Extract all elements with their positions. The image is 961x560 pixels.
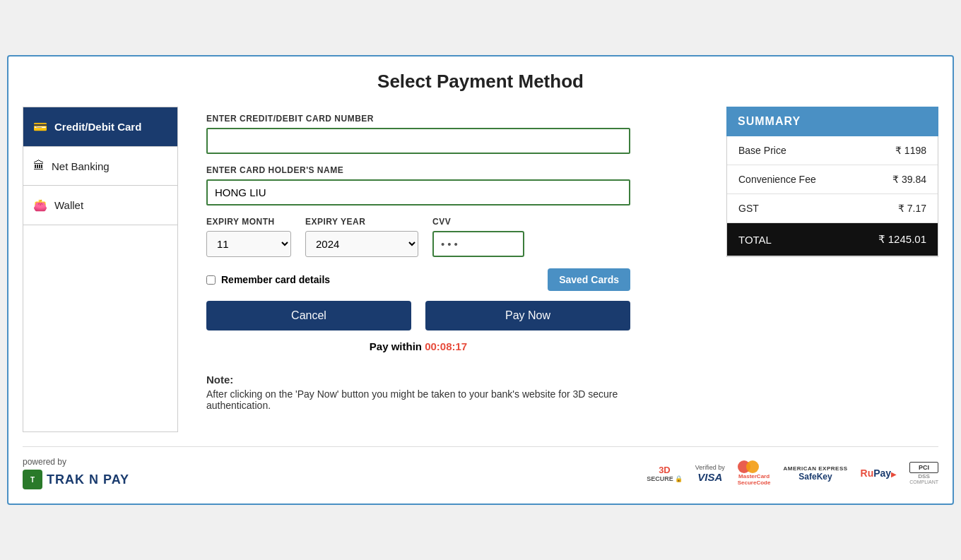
remember-row: Remember card details Saved Cards: [206, 268, 630, 291]
wallet-icon: [33, 198, 47, 212]
form-area: ENTER CREDIT/DEBIT CARD NUMBER ENTER CAR…: [192, 107, 712, 432]
badge-pci: PCI DSS COMPLIANT: [909, 462, 938, 484]
sidebar-item-net-banking-label: Net Banking: [52, 160, 110, 172]
bank-icon: [33, 160, 45, 172]
powered-by: powered by T TRAK N PAY: [23, 457, 129, 489]
trak-brand: TRAK N PAY: [47, 472, 129, 487]
sidebar-item-credit-debit[interactable]: Credit/Debit Card: [23, 107, 177, 147]
cvv-label: CVV: [432, 217, 524, 227]
sidebar-item-credit-debit-label: Credit/Debit Card: [54, 121, 141, 133]
badge-rupay: RuPay▶: [861, 467, 897, 479]
summary-panel: SUMMARY Base Price ₹ 1198 Convenience Fe…: [726, 107, 938, 257]
trak-logo: T TRAK N PAY: [23, 470, 129, 489]
security-badges: 3D SECURE 🔒 Verified by VISA MasterCard …: [647, 460, 938, 486]
badge-verified-visa: Verified by VISA: [695, 464, 725, 483]
note-body: After clicking on the 'Pay Now' button y…: [206, 388, 618, 411]
summary-row-base: Base Price ₹ 1198: [727, 136, 938, 165]
badge-3d-secure: 3D SECURE 🔒: [647, 465, 683, 482]
expiry-year-select[interactable]: 2024 20252026 20272028 20292030: [305, 231, 418, 257]
card-number-group: ENTER CREDIT/DEBIT CARD NUMBER: [206, 114, 698, 154]
trak-icon: T: [23, 470, 42, 489]
summary-body: Base Price ₹ 1198 Convenience Fee ₹ 39.8…: [726, 136, 938, 257]
summary-header: SUMMARY: [726, 107, 938, 136]
remember-label[interactable]: Remember card details: [206, 274, 330, 285]
summary-row-total: TOTAL ₹ 1245.01: [727, 223, 938, 256]
card-holder-label: ENTER CARD HOLDER'S NAME: [206, 165, 698, 175]
sidebar-item-wallet-label: Wallet: [54, 199, 83, 211]
expiry-cvv-row: EXPIRY MONTH 11 010203 040506 070809 101…: [206, 217, 698, 257]
expiry-month-group: EXPIRY MONTH 11 010203 040506 070809 101…: [206, 217, 291, 257]
sidebar-item-net-banking[interactable]: Net Banking: [23, 147, 177, 186]
main-content: Credit/Debit Card Net Banking Wallet ENT…: [23, 107, 938, 432]
page-title: Select Payment Method: [23, 71, 938, 93]
pay-now-button[interactable]: Pay Now: [425, 301, 630, 330]
expiry-year-group: EXPIRY YEAR 2024 20252026 20272028 20292…: [305, 217, 418, 257]
card-number-label: ENTER CREDIT/DEBIT CARD NUMBER: [206, 114, 698, 124]
card-holder-group: ENTER CARD HOLDER'S NAME: [206, 165, 698, 205]
cancel-button[interactable]: Cancel: [206, 301, 411, 330]
cvv-group: CVV: [432, 217, 524, 257]
saved-cards-button[interactable]: Saved Cards: [548, 268, 630, 291]
note-title: Note:: [206, 374, 644, 386]
sidebar-item-wallet[interactable]: Wallet: [23, 186, 177, 225]
payment-container: Select Payment Method Credit/Debit Card …: [7, 55, 954, 505]
card-icon: [33, 120, 47, 133]
summary-row-convenience: Convenience Fee ₹ 39.84: [727, 165, 938, 194]
note-section: Note: After clicking on the 'Pay Now' bu…: [206, 374, 644, 411]
card-number-input[interactable]: [206, 128, 630, 154]
pay-timer: 00:08:17: [425, 340, 467, 352]
cvv-input[interactable]: [432, 231, 524, 257]
sidebar: Credit/Debit Card Net Banking Wallet: [23, 107, 178, 432]
summary-row-gst: GST ₹ 7.17: [727, 194, 938, 223]
action-buttons: Cancel Pay Now: [206, 301, 630, 330]
footer: powered by T TRAK N PAY 3D SECURE 🔒 Veri…: [23, 446, 938, 489]
remember-checkbox[interactable]: [206, 275, 216, 285]
expiry-month-select[interactable]: 11 010203 040506 070809 1012: [206, 231, 291, 257]
expiry-year-label: EXPIRY YEAR: [305, 217, 418, 227]
card-holder-input[interactable]: [206, 179, 630, 205]
badge-mastercard: MasterCard SecureCode: [738, 460, 771, 486]
pay-within: Pay within 00:08:17: [206, 340, 630, 352]
badge-amex: AMERICAN EXPRESS SafeKey: [783, 465, 847, 482]
expiry-month-label: EXPIRY MONTH: [206, 217, 291, 227]
